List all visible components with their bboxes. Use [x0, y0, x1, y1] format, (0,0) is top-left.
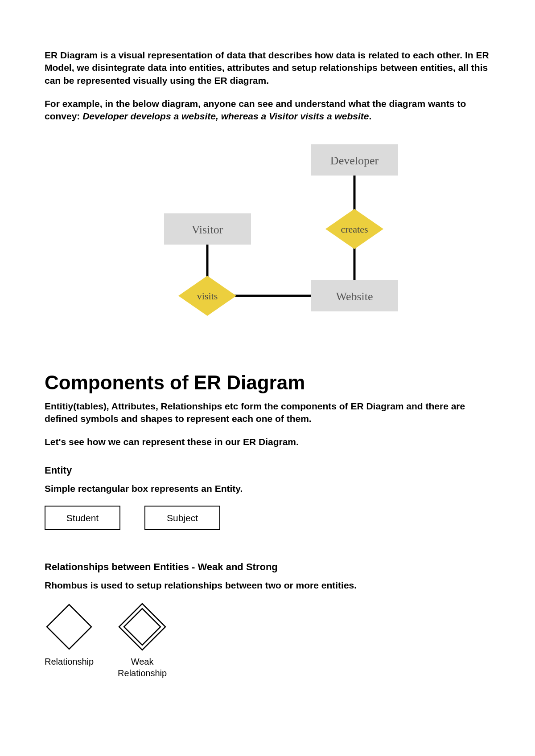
svg-marker-0: [47, 605, 91, 649]
relationship-label-weak: Weak Relationship: [118, 656, 167, 679]
svg-marker-2: [124, 609, 160, 645]
svg-marker-1: [119, 604, 165, 650]
entity-box-student: Student: [45, 506, 120, 530]
rhombus-weak-icon: [118, 602, 167, 651]
intro-paragraph-2: For example, in the below diagram, anyon…: [45, 98, 490, 123]
entity-para: Simple rectangular box represents an Ent…: [45, 482, 490, 495]
components-para-2: Let's see how we can represent these in …: [45, 436, 490, 448]
relationship-visits-text: visits: [197, 290, 218, 302]
relationships-heading: Relationships between Entities - Weak an…: [45, 561, 490, 573]
relationship-item-strong: Relationship: [45, 602, 94, 667]
relationship-label-strong: Relationship: [45, 656, 94, 667]
components-para-1: Entitiy(tables), Attributes, Relationshi…: [45, 400, 490, 425]
entity-website-text: Website: [336, 290, 373, 303]
entity-developer-text: Developer: [330, 154, 379, 167]
intro-para2-italic: Developer develops a website, whereas a …: [82, 111, 369, 121]
relationship-creates-text: creates: [341, 224, 368, 235]
entity-boxes-container: Student Subject: [45, 506, 490, 530]
intro-para2-suffix: .: [369, 111, 372, 121]
components-title: Components of ER Diagram: [45, 372, 490, 394]
relationship-item-weak: Weak Relationship: [118, 602, 167, 679]
rhombus-strong-icon: [45, 602, 94, 651]
er-diagram-container: Developer Visitor creates Website visits: [45, 140, 490, 336]
entity-heading: Entity: [45, 465, 490, 476]
er-diagram: Developer Visitor creates Website visits: [107, 140, 428, 336]
entity-box-subject: Subject: [144, 506, 220, 530]
entity-visitor-text: Visitor: [192, 223, 223, 236]
relationship-shapes-container: Relationship Weak Relationship: [45, 602, 490, 679]
relationships-para: Rhombus is used to setup relationships b…: [45, 579, 490, 592]
intro-paragraph-1: ER Diagram is a visual representation of…: [45, 49, 490, 87]
